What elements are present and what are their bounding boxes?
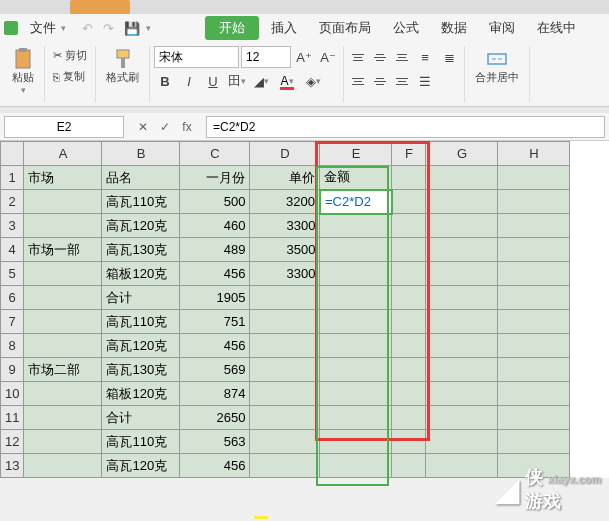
accept-formula-button[interactable]: ✓: [156, 118, 174, 136]
align-bottom-button[interactable]: [392, 48, 412, 66]
cell-G5[interactable]: [426, 262, 498, 286]
tab-home[interactable]: 开始: [205, 16, 259, 40]
cell-H5[interactable]: [498, 262, 570, 286]
cell-D10[interactable]: [250, 382, 320, 406]
cell-C10[interactable]: 874: [180, 382, 250, 406]
cell-B12[interactable]: 高瓦110克: [102, 430, 180, 454]
cell-B6[interactable]: 合计: [102, 286, 180, 310]
row-header-1[interactable]: 1: [1, 166, 24, 190]
merge-center-button[interactable]: 合并居中: [469, 46, 525, 87]
cell-B3[interactable]: 高瓦120克: [102, 214, 180, 238]
row-header-3[interactable]: 3: [1, 214, 24, 238]
row-header-9[interactable]: 9: [1, 358, 24, 382]
col-header-D[interactable]: D: [250, 142, 320, 166]
cell-B13[interactable]: 高瓦120克: [102, 454, 180, 478]
cell-D11[interactable]: [250, 406, 320, 430]
col-header-F[interactable]: F: [392, 142, 426, 166]
cell-G2[interactable]: [426, 190, 498, 214]
cell-G4[interactable]: [426, 238, 498, 262]
cell-F13[interactable]: [392, 454, 426, 478]
cell-A13[interactable]: [24, 454, 102, 478]
select-all-corner[interactable]: [1, 142, 24, 166]
indent-right-button[interactable]: ≣: [438, 46, 460, 68]
cell-B5[interactable]: 箱板120克: [102, 262, 180, 286]
cell-B4[interactable]: 高瓦130克: [102, 238, 180, 262]
cell-E4[interactable]: [320, 238, 392, 262]
cell-G1[interactable]: [426, 166, 498, 190]
cell-H7[interactable]: [498, 310, 570, 334]
cell-F11[interactable]: [392, 406, 426, 430]
cell-D6[interactable]: [250, 286, 320, 310]
tab-insert[interactable]: 插入: [261, 15, 307, 41]
row-header-10[interactable]: 10: [1, 382, 24, 406]
cell-C12[interactable]: 563: [180, 430, 250, 454]
border-button[interactable]: 田▾: [226, 70, 248, 92]
cell-G9[interactable]: [426, 358, 498, 382]
cell-H8[interactable]: [498, 334, 570, 358]
cell-F4[interactable]: [392, 238, 426, 262]
cell-H4[interactable]: [498, 238, 570, 262]
underline-button[interactable]: U: [202, 70, 224, 92]
spreadsheet-area[interactable]: ABCDEFGH1市场品名一月份单价金额2高瓦110克5003200=C2*D2…: [0, 141, 609, 478]
cell-D1[interactable]: 单价: [250, 166, 320, 190]
row-header-8[interactable]: 8: [1, 334, 24, 358]
align-center-button[interactable]: [370, 72, 390, 90]
row-header-7[interactable]: 7: [1, 310, 24, 334]
cell-G7[interactable]: [426, 310, 498, 334]
cell-H2[interactable]: [498, 190, 570, 214]
col-header-E[interactable]: E: [320, 142, 392, 166]
row-header-5[interactable]: 5: [1, 262, 24, 286]
font-color-button[interactable]: A▾: [274, 70, 300, 92]
cell-D7[interactable]: [250, 310, 320, 334]
cell-A5[interactable]: [24, 262, 102, 286]
cell-C2[interactable]: 500: [180, 190, 250, 214]
tab-data[interactable]: 数据: [431, 15, 477, 41]
cell-H10[interactable]: [498, 382, 570, 406]
cell-G12[interactable]: [426, 430, 498, 454]
cell-E8[interactable]: [320, 334, 392, 358]
cell-F3[interactable]: [392, 214, 426, 238]
italic-button[interactable]: I: [178, 70, 200, 92]
cell-G11[interactable]: [426, 406, 498, 430]
format-painter-button[interactable]: 格式刷: [100, 46, 145, 87]
cell-F6[interactable]: [392, 286, 426, 310]
tab-layout[interactable]: 页面布局: [309, 15, 381, 41]
cell-C4[interactable]: 489: [180, 238, 250, 262]
cell-F10[interactable]: [392, 382, 426, 406]
cell-A8[interactable]: [24, 334, 102, 358]
name-box[interactable]: [4, 116, 124, 138]
cell-G10[interactable]: [426, 382, 498, 406]
cell-A10[interactable]: [24, 382, 102, 406]
cell-D8[interactable]: [250, 334, 320, 358]
cell-E10[interactable]: [320, 382, 392, 406]
cell-A9[interactable]: 市场二部: [24, 358, 102, 382]
save-icon[interactable]: 💾: [120, 21, 144, 36]
cell-B1[interactable]: 品名: [102, 166, 180, 190]
redo-icon[interactable]: ↷: [99, 21, 118, 36]
col-header-G[interactable]: G: [426, 142, 498, 166]
cell-E3[interactable]: [320, 214, 392, 238]
row-header-6[interactable]: 6: [1, 286, 24, 310]
cell-D2[interactable]: 3200: [250, 190, 320, 214]
cell-B8[interactable]: 高瓦120克: [102, 334, 180, 358]
cut-button[interactable]: ✂剪切: [49, 46, 91, 65]
cell-A7[interactable]: [24, 310, 102, 334]
font-name-select[interactable]: [154, 46, 239, 68]
cell-H12[interactable]: [498, 430, 570, 454]
align-top-button[interactable]: [348, 48, 368, 66]
cell-B7[interactable]: 高瓦110克: [102, 310, 180, 334]
cell-G13[interactable]: [426, 454, 498, 478]
align-right-button[interactable]: [392, 72, 412, 90]
wrap-text-button[interactable]: ☰: [414, 70, 436, 92]
cell-G3[interactable]: [426, 214, 498, 238]
fill-color-button[interactable]: ◢▾: [250, 70, 272, 92]
cell-H3[interactable]: [498, 214, 570, 238]
cell-C6[interactable]: 1905: [180, 286, 250, 310]
tab-formula[interactable]: 公式: [383, 15, 429, 41]
decrease-font-button[interactable]: A⁻: [317, 46, 339, 68]
cell-F1[interactable]: [392, 166, 426, 190]
cell-B10[interactable]: 箱板120克: [102, 382, 180, 406]
copy-button[interactable]: ⎘复制: [49, 67, 91, 86]
cell-F5[interactable]: [392, 262, 426, 286]
cell-A6[interactable]: [24, 286, 102, 310]
